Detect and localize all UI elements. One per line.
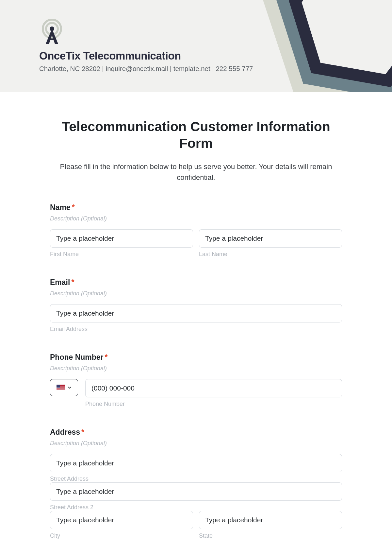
address-description[interactable]: Description (Optional): [50, 440, 342, 447]
state-sublabel: State: [199, 532, 342, 539]
email-field-group: Email* Description (Optional) Email Addr…: [50, 278, 342, 333]
company-name: OnceTix Telecommunication: [39, 50, 253, 62]
name-label: Name*: [50, 203, 342, 212]
address-label-text: Address: [50, 428, 80, 436]
company-contact-meta: Charlotte, NC 28202 | inquire@oncetix.ma…: [39, 65, 253, 73]
required-asterisk: *: [81, 428, 84, 436]
phone-label: Phone Number*: [50, 353, 342, 362]
first-name-input[interactable]: [50, 229, 193, 248]
street-address-sublabel: Street Address: [50, 476, 342, 482]
email-input[interactable]: [50, 304, 342, 322]
phone-field-group: Phone Number* Description (Optional): [50, 353, 342, 408]
email-description[interactable]: Description (Optional): [50, 290, 342, 297]
last-name-sublabel: Last Name: [199, 251, 342, 258]
form-title: Telecommunication Customer Information F…: [50, 118, 342, 152]
phone-label-text: Phone Number: [50, 353, 104, 361]
address-label: Address*: [50, 428, 342, 437]
state-input[interactable]: [199, 511, 342, 529]
phone-input[interactable]: [85, 379, 342, 397]
form-content: Telecommunication Customer Information F…: [50, 92, 342, 552]
header-banner: OnceTix Telecommunication Charlotte, NC …: [0, 0, 392, 92]
phone-description[interactable]: Description (Optional): [50, 365, 342, 372]
city-input[interactable]: [50, 511, 193, 529]
required-asterisk: *: [72, 203, 75, 212]
street-address-2-input[interactable]: [50, 482, 342, 501]
street-address-2-sublabel: Street Address 2: [50, 504, 342, 511]
first-name-sublabel: First Name: [50, 251, 193, 258]
country-code-select[interactable]: [50, 379, 78, 396]
address-field-group: Address* Description (Optional) Street A…: [50, 428, 342, 539]
email-label: Email*: [50, 278, 342, 287]
us-flag-icon: [57, 385, 65, 391]
required-asterisk: *: [105, 353, 108, 361]
street-address-input[interactable]: [50, 454, 342, 472]
chevron-down-icon: [68, 386, 72, 390]
form-intro: Please fill in the information below to …: [50, 161, 342, 183]
last-name-input[interactable]: [199, 229, 342, 248]
name-label-text: Name: [50, 203, 71, 212]
name-field-group: Name* Description (Optional) First Name …: [50, 203, 342, 258]
decorative-hexagon: [247, 0, 392, 92]
phone-sublabel: Phone Number: [85, 401, 342, 408]
antenna-tower-icon: [39, 19, 253, 46]
email-label-text: Email: [50, 278, 70, 287]
city-sublabel: City: [50, 532, 193, 539]
name-description[interactable]: Description (Optional): [50, 215, 342, 222]
required-asterisk: *: [71, 278, 74, 287]
logo-block: OnceTix Telecommunication Charlotte, NC …: [39, 19, 253, 73]
email-sublabel: Email Address: [50, 326, 342, 333]
